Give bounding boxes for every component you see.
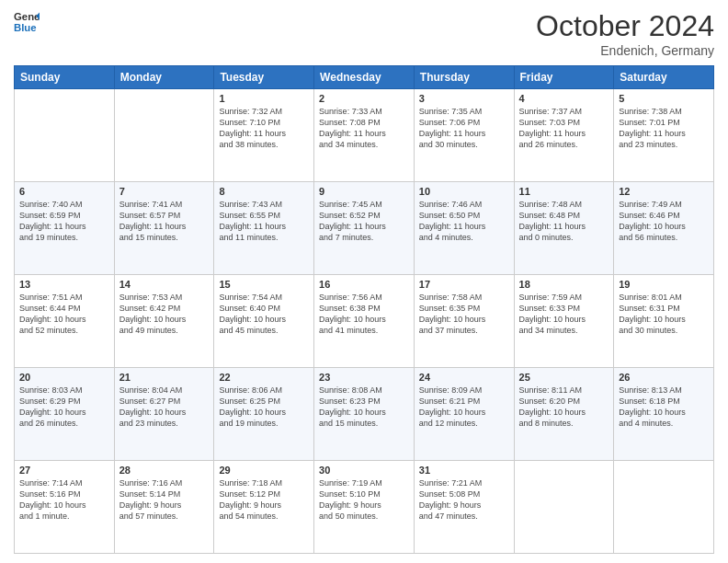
day-number: 22	[219, 372, 309, 383]
day-number: 8	[219, 186, 309, 197]
calendar-cell: 15Sunrise: 7:54 AMSunset: 6:40 PMDayligh…	[214, 275, 314, 368]
weekday-header-wednesday: Wednesday	[314, 66, 415, 89]
calendar-cell: 5Sunrise: 7:38 AMSunset: 7:01 PMDaylight…	[614, 89, 714, 182]
weekday-header-sunday: Sunday	[15, 66, 115, 89]
month-title: October 2024	[536, 9, 714, 43]
day-number: 25	[519, 372, 609, 383]
day-number: 31	[419, 465, 509, 476]
day-info: Sunrise: 7:56 AMSunset: 6:38 PMDaylight:…	[319, 292, 409, 337]
day-number: 2	[319, 93, 409, 104]
day-number: 3	[419, 93, 509, 104]
calendar-cell: 2Sunrise: 7:33 AMSunset: 7:08 PMDaylight…	[314, 89, 415, 182]
calendar-cell: 20Sunrise: 8:03 AMSunset: 6:29 PMDayligh…	[15, 368, 115, 461]
svg-text:General: General	[14, 11, 40, 22]
day-number: 24	[419, 372, 509, 383]
calendar-cell: 18Sunrise: 7:59 AMSunset: 6:33 PMDayligh…	[514, 275, 614, 368]
calendar-cell: 6Sunrise: 7:40 AMSunset: 6:59 PMDaylight…	[15, 182, 115, 275]
day-info: Sunrise: 7:14 AMSunset: 5:16 PMDaylight:…	[19, 477, 109, 523]
day-number: 28	[119, 465, 210, 476]
calendar-cell: 24Sunrise: 8:09 AMSunset: 6:21 PMDayligh…	[414, 368, 514, 461]
calendar-cell: 25Sunrise: 8:11 AMSunset: 6:20 PMDayligh…	[514, 368, 614, 461]
day-info: Sunrise: 7:49 AMSunset: 6:46 PMDaylight:…	[619, 199, 709, 244]
day-info: Sunrise: 7:53 AMSunset: 6:42 PMDaylight:…	[119, 292, 210, 337]
day-number: 17	[419, 279, 509, 290]
day-number: 11	[519, 186, 609, 197]
day-info: Sunrise: 7:19 AMSunset: 5:10 PMDaylight:…	[319, 477, 409, 523]
calendar-cell: 13Sunrise: 7:51 AMSunset: 6:44 PMDayligh…	[15, 275, 115, 368]
day-info: Sunrise: 8:11 AMSunset: 6:20 PMDaylight:…	[519, 385, 609, 430]
day-number: 9	[319, 186, 409, 197]
day-number: 18	[519, 279, 609, 290]
calendar-cell: 28Sunrise: 7:16 AMSunset: 5:14 PMDayligh…	[114, 461, 214, 554]
calendar-cell: 4Sunrise: 7:37 AMSunset: 7:03 PMDaylight…	[514, 89, 614, 182]
svg-text:Blue: Blue	[14, 22, 37, 33]
calendar-cell: 1Sunrise: 7:32 AMSunset: 7:10 PMDaylight…	[214, 89, 314, 182]
title-block: October 2024 Endenich, Germany	[536, 9, 714, 58]
day-number: 23	[319, 372, 409, 383]
day-info: Sunrise: 7:32 AMSunset: 7:10 PMDaylight:…	[219, 106, 309, 151]
day-info: Sunrise: 7:58 AMSunset: 6:35 PMDaylight:…	[419, 292, 509, 337]
day-number: 27	[19, 465, 109, 476]
day-number: 20	[19, 372, 109, 383]
calendar-cell: 29Sunrise: 7:18 AMSunset: 5:12 PMDayligh…	[214, 461, 314, 554]
day-info: Sunrise: 7:38 AMSunset: 7:01 PMDaylight:…	[619, 106, 709, 151]
calendar-cell: 30Sunrise: 7:19 AMSunset: 5:10 PMDayligh…	[314, 461, 415, 554]
day-info: Sunrise: 7:41 AMSunset: 6:57 PMDaylight:…	[119, 199, 210, 244]
page: General Blue October 2024 Endenich, Germ…	[0, 0, 728, 563]
day-number: 30	[319, 465, 409, 476]
calendar-cell	[15, 89, 115, 182]
calendar-table: SundayMondayTuesdayWednesdayThursdayFrid…	[14, 65, 714, 554]
day-number: 16	[319, 279, 409, 290]
weekday-header-friday: Friday	[514, 66, 614, 89]
calendar-cell	[514, 461, 614, 554]
calendar-cell: 26Sunrise: 8:13 AMSunset: 6:18 PMDayligh…	[614, 368, 714, 461]
weekday-header-monday: Monday	[114, 66, 214, 89]
day-info: Sunrise: 8:03 AMSunset: 6:29 PMDaylight:…	[19, 385, 109, 430]
calendar-cell	[614, 461, 714, 554]
day-info: Sunrise: 7:37 AMSunset: 7:03 PMDaylight:…	[519, 106, 609, 151]
day-number: 10	[419, 186, 509, 197]
day-info: Sunrise: 8:13 AMSunset: 6:18 PMDaylight:…	[619, 385, 709, 430]
weekday-header-saturday: Saturday	[614, 66, 714, 89]
calendar-cell: 8Sunrise: 7:43 AMSunset: 6:55 PMDaylight…	[214, 182, 314, 275]
calendar-cell: 23Sunrise: 8:08 AMSunset: 6:23 PMDayligh…	[314, 368, 415, 461]
calendar-cell: 19Sunrise: 8:01 AMSunset: 6:31 PMDayligh…	[614, 275, 714, 368]
day-info: Sunrise: 8:04 AMSunset: 6:27 PMDaylight:…	[119, 385, 210, 430]
logo: General Blue	[14, 9, 40, 35]
day-info: Sunrise: 7:51 AMSunset: 6:44 PMDaylight:…	[19, 292, 109, 337]
day-number: 1	[219, 93, 309, 104]
calendar-cell: 17Sunrise: 7:58 AMSunset: 6:35 PMDayligh…	[414, 275, 514, 368]
day-info: Sunrise: 7:54 AMSunset: 6:40 PMDaylight:…	[219, 292, 309, 337]
day-info: Sunrise: 7:48 AMSunset: 6:48 PMDaylight:…	[519, 199, 609, 244]
day-info: Sunrise: 7:33 AMSunset: 7:08 PMDaylight:…	[319, 106, 409, 151]
day-number: 12	[619, 186, 709, 197]
logo-icon: General Blue	[14, 9, 40, 35]
calendar-cell: 9Sunrise: 7:45 AMSunset: 6:52 PMDaylight…	[314, 182, 415, 275]
day-number: 14	[119, 279, 210, 290]
calendar-cell: 10Sunrise: 7:46 AMSunset: 6:50 PMDayligh…	[414, 182, 514, 275]
weekday-header-tuesday: Tuesday	[214, 66, 314, 89]
day-info: Sunrise: 8:09 AMSunset: 6:21 PMDaylight:…	[419, 385, 509, 430]
calendar-cell: 14Sunrise: 7:53 AMSunset: 6:42 PMDayligh…	[114, 275, 214, 368]
day-info: Sunrise: 7:21 AMSunset: 5:08 PMDaylight:…	[419, 477, 509, 523]
day-number: 13	[19, 279, 109, 290]
calendar-cell: 11Sunrise: 7:48 AMSunset: 6:48 PMDayligh…	[514, 182, 614, 275]
calendar-cell: 27Sunrise: 7:14 AMSunset: 5:16 PMDayligh…	[15, 461, 115, 554]
day-info: Sunrise: 7:43 AMSunset: 6:55 PMDaylight:…	[219, 199, 309, 244]
calendar-cell: 22Sunrise: 8:06 AMSunset: 6:25 PMDayligh…	[214, 368, 314, 461]
weekday-header-thursday: Thursday	[414, 66, 514, 89]
calendar-cell: 21Sunrise: 8:04 AMSunset: 6:27 PMDayligh…	[114, 368, 214, 461]
day-number: 26	[619, 372, 709, 383]
day-number: 21	[119, 372, 210, 383]
calendar-cell: 7Sunrise: 7:41 AMSunset: 6:57 PMDaylight…	[114, 182, 214, 275]
day-info: Sunrise: 7:16 AMSunset: 5:14 PMDaylight:…	[119, 477, 210, 523]
day-info: Sunrise: 7:18 AMSunset: 5:12 PMDaylight:…	[219, 477, 309, 523]
calendar-cell: 16Sunrise: 7:56 AMSunset: 6:38 PMDayligh…	[314, 275, 415, 368]
day-info: Sunrise: 7:35 AMSunset: 7:06 PMDaylight:…	[419, 106, 509, 151]
calendar-cell: 12Sunrise: 7:49 AMSunset: 6:46 PMDayligh…	[614, 182, 714, 275]
day-number: 7	[119, 186, 210, 197]
location: Endenich, Germany	[536, 43, 714, 58]
calendar-cell: 31Sunrise: 7:21 AMSunset: 5:08 PMDayligh…	[414, 461, 514, 554]
day-number: 5	[619, 93, 709, 104]
header: General Blue October 2024 Endenich, Germ…	[14, 9, 714, 58]
